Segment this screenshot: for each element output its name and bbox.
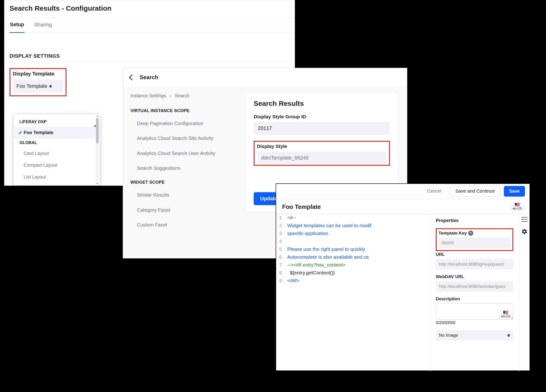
save-continue-button[interactable]: Save and Continue (450, 186, 500, 197)
locale-code: en-US (513, 206, 522, 210)
sidebar-item-analytics-site[interactable]: Analytics Cloud Search Site Activity (123, 131, 236, 146)
template-key-input[interactable] (439, 238, 511, 248)
breadcrumb: Instance Settings Search (123, 91, 236, 104)
image-select[interactable]: No Image (436, 330, 513, 341)
header-title: Search (140, 74, 158, 81)
tab-bar: Setup Sharing (4, 17, 295, 32)
us-flag-icon (503, 311, 508, 314)
dropdown-group-global: GLOBAL (14, 138, 100, 148)
template-title: Foo Template (282, 203, 321, 211)
help-icon[interactable]: ? (468, 231, 473, 236)
editor-toolbar: Cancel Save and Continue Save (276, 184, 530, 199)
dropdown-item-foo-template[interactable]: Foo Template (14, 127, 100, 138)
card-title: Search Results (254, 100, 390, 107)
caret-sort-icon (507, 334, 510, 337)
sidebar-group-widget-scope: WIDGET SCOPE (123, 175, 236, 187)
display-template-select[interactable]: Foo Template (13, 80, 63, 93)
highlight-template-key: Template Key ? (436, 228, 513, 251)
settings-sidebar: Instance Settings Search VIRTUAL INSTANC… (123, 87, 236, 258)
description-label: Description (436, 296, 513, 302)
us-flag-icon (515, 203, 520, 206)
dropdown-scrollbar[interactable] (96, 117, 99, 183)
display-style-input[interactable] (257, 151, 387, 164)
url-label: URL (436, 252, 513, 257)
caret-sort-icon (49, 85, 52, 88)
display-template-dropdown: e ? LIFERAY DXP Foo Template GLOBAL Card… (14, 114, 100, 186)
sidebar-group-virtual-instance: VIRTUAL INSTANCE SCOPE (123, 104, 236, 116)
image-select-value: No Image (439, 333, 458, 338)
sidebar-item-deep-pagination[interactable]: Deep Pagination Configuration (123, 116, 236, 131)
scrollbar-thumb[interactable] (96, 118, 99, 144)
sidebar-item-category-facet[interactable]: Category Facet (123, 203, 236, 218)
display-template-label: Display Template (13, 71, 54, 77)
template-key-label: Template Key (439, 231, 467, 236)
template-editor-panel: Cancel Save and Continue Save Foo Templa… (276, 183, 530, 371)
breadcrumb-search[interactable]: Search (175, 93, 189, 98)
display-style-label: Display Style (257, 144, 387, 149)
save-button[interactable]: Save (504, 186, 525, 197)
back-icon[interactable] (129, 74, 135, 80)
display-template-value: Foo Template (16, 83, 47, 89)
gear-icon[interactable] (521, 229, 527, 235)
properties-sidebar: Properties Template Key ? URL WebDAV URL… (430, 213, 519, 372)
webdav-url-label: WebDAV URL (436, 274, 513, 279)
highlight-display-style: Display Style (254, 141, 390, 166)
display-style-group-id-label: Display Style Group ID (254, 114, 390, 119)
panel-title: Search Results - Configuration (4, 0, 295, 17)
editor-right-rail (519, 213, 530, 372)
code-editor[interactable]: 1<#-- 2Widget templates can be used to m… (276, 213, 430, 372)
breadcrumb-instance-settings[interactable]: Instance Settings (130, 93, 166, 98)
tab-sharing[interactable]: Sharing (34, 17, 52, 32)
webdav-url-input[interactable] (436, 281, 513, 292)
panel-header: Search (123, 68, 407, 87)
dropdown-item-compact-layout[interactable]: Compact Layout (14, 159, 100, 171)
url-input[interactable] (436, 259, 513, 270)
description-char-count: 0/2000000 (436, 321, 513, 325)
locale-selector[interactable]: en-US (511, 202, 524, 211)
display-style-group-id-input[interactable] (254, 122, 390, 135)
display-settings-heading: DISPLAY SETTINGS (9, 53, 290, 62)
cancel-button[interactable]: Cancel (422, 186, 446, 197)
dropdown-group-liferay: LIFERAY DXP (14, 118, 100, 127)
tab-setup[interactable]: Setup (9, 17, 25, 33)
sidebar-item-custom-facet[interactable]: Custom Facet (123, 218, 236, 232)
sidebar-item-similar-results[interactable]: Similar Results (123, 187, 236, 202)
sidebar-item-analytics-user[interactable]: Analytics Cloud Search User Activity (123, 146, 236, 161)
dropdown-item-list-layout[interactable]: List Layout (14, 171, 100, 183)
description-locale-selector[interactable]: en-US (500, 310, 512, 319)
list-icon[interactable] (521, 217, 527, 223)
dropdown-item-card-layout[interactable]: Card Layout (14, 148, 100, 159)
sidebar-item-search-suggestions[interactable]: Search Suggestions (123, 161, 236, 175)
properties-heading: Properties (436, 218, 513, 223)
highlight-display-template: Display Template Foo Template (9, 68, 66, 96)
